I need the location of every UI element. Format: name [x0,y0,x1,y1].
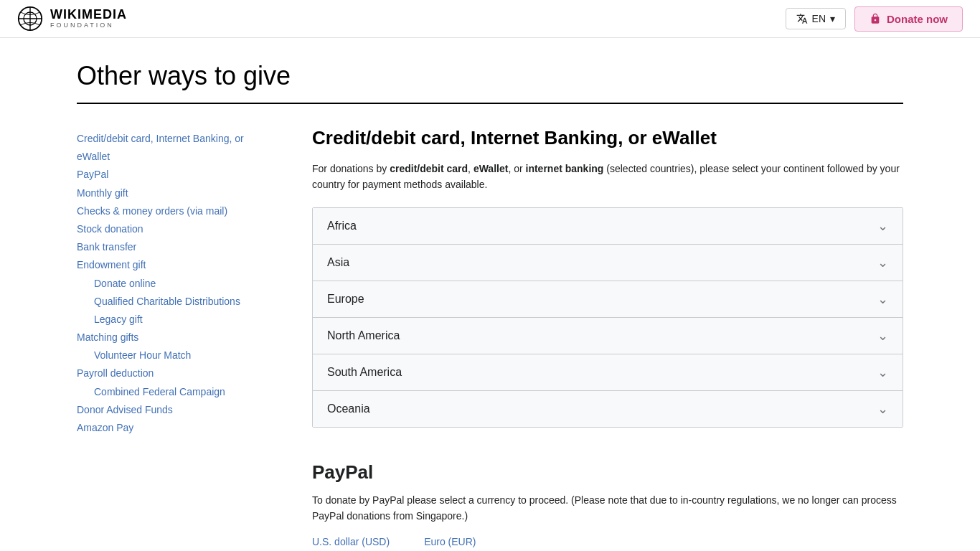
accordion-header-africa[interactable]: Africa⌄ [313,208,903,244]
bold-banking: internet banking [526,163,604,174]
language-label: EN [812,13,826,24]
accordion-item-north-america: North America⌄ [312,317,903,354]
donate-now-label: Donate now [887,13,948,25]
accordion-header-asia[interactable]: Asia⌄ [313,245,903,281]
accordion-label-south-america: South America [327,366,402,379]
donate-now-button[interactable]: Donate now [854,6,963,32]
sidebar-item-daf[interactable]: Donor Advised Funds [77,401,278,419]
lang-chevron-icon: ▾ [830,13,835,24]
sidebar-item-legacy[interactable]: Legacy gift [77,311,278,329]
logo-wikimedia: WIKIMEDIA [50,8,127,22]
chevron-down-icon: ⌄ [877,364,888,380]
sidebar-item-donate-online[interactable]: Donate online [77,275,278,293]
accordion-item-africa: Africa⌄ [312,207,903,245]
sidebar-item-monthly-gift[interactable]: Monthly gift [77,184,278,202]
accordion-header-europe[interactable]: Europe⌄ [313,281,903,317]
lock-icon [870,13,881,24]
accordion-item-europe: Europe⌄ [312,281,903,318]
bold-ewallet: eWallet [473,163,509,174]
sidebar-item-checks[interactable]: Checks & money orders (via mail) [77,202,278,220]
chevron-down-icon: ⌄ [877,255,888,270]
sidebar-item-cfc[interactable]: Combined Federal Campaign [77,383,278,401]
sidebar-item-endowment[interactable]: Endowment gift [77,256,278,274]
main-content: Credit/debit card, Internet Banking, or … [312,127,903,547]
accordion-item-oceania: Oceania⌄ [312,390,903,428]
credit-section-desc: For donations by credit/debit card, eWal… [312,161,903,193]
accordion-label-asia: Asia [327,256,349,269]
sidebar-item-stock[interactable]: Stock donation [77,220,278,238]
sidebar-item-qcd[interactable]: Qualified Charitable Distributions [77,293,278,311]
paypal-heading: PayPal [312,461,903,484]
accordion-header-north-america[interactable]: North America⌄ [313,318,903,354]
site-header: WIKIMEDIA FOUNDATION EN ▾ Donate now [0,0,980,38]
page-title: Other ways to give [77,61,903,91]
header-actions: EN ▾ Donate now [786,6,963,32]
logo-text: WIKIMEDIA FOUNDATION [50,8,127,29]
chevron-down-icon: ⌄ [877,401,888,417]
currency-links: U.S. dollar (USD)Euro (EUR) [312,536,903,547]
accordion-label-oceania: Oceania [327,402,370,415]
sidebar-item-bank-transfer[interactable]: Bank transfer [77,238,278,256]
accordion-label-north-america: North America [327,329,400,342]
sidebar-item-matching[interactable]: Matching gifts [77,329,278,347]
sidebar-item-paypal[interactable]: PayPal [77,166,278,184]
chevron-down-icon: ⌄ [877,291,888,307]
accordion-label-africa: Africa [327,220,357,232]
accordion-label-europe: Europe [327,293,364,306]
chevron-down-icon: ⌄ [877,328,888,344]
sidebar-item-amazon[interactable]: Amazon Pay [77,419,278,437]
page-title-section: Other ways to give [77,38,903,104]
paypal-section: PayPal To donate by PayPal please select… [312,461,903,547]
accordion-header-oceania[interactable]: Oceania⌄ [313,391,903,427]
logo-foundation: FOUNDATION [50,22,127,29]
currency-link-eur[interactable]: Euro (EUR) [424,536,476,547]
bold-credit: credit/debit card [390,163,468,174]
content-layout: Credit/debit card, Internet Banking, or … [77,127,903,551]
sidebar-item-payroll[interactable]: Payroll deduction [77,364,278,382]
sidebar-item-credit-card[interactable]: Credit/debit card, Internet Banking, or … [77,130,278,166]
sidebar-item-volunteer-hour[interactable]: Volunteer Hour Match [77,347,278,364]
paypal-desc: To donate by PayPal please select a curr… [312,492,903,524]
accordion-item-asia: Asia⌄ [312,244,903,281]
chevron-down-icon: ⌄ [877,218,888,234]
sidebar: Credit/debit card, Internet Banking, or … [77,127,278,547]
logo: WIKIMEDIA FOUNDATION [17,6,127,32]
main-container: Other ways to give Credit/debit card, In… [60,38,920,551]
continent-accordion: Africa⌄Asia⌄Europe⌄North America⌄South A… [312,207,903,428]
credit-section-heading: Credit/debit card, Internet Banking, or … [312,127,903,149]
accordion-item-south-america: South America⌄ [312,354,903,391]
translate-icon [796,13,808,24]
accordion-header-south-america[interactable]: South America⌄ [313,354,903,390]
credit-card-section: Credit/debit card, Internet Banking, or … [312,127,903,428]
currency-link-usd[interactable]: U.S. dollar (USD) [312,536,390,547]
language-button[interactable]: EN ▾ [786,8,846,29]
wikimedia-logo-icon [17,6,43,32]
